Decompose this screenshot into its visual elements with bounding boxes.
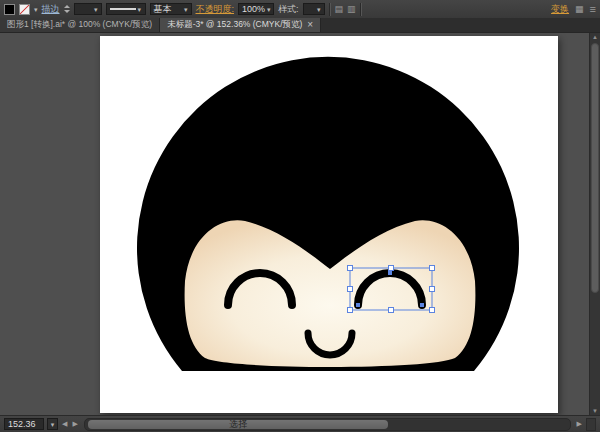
tab-label: 未标题-3* @ 152.36% (CMYK/预览) (167, 19, 302, 31)
stroke-weight-stepper[interactable] (64, 5, 70, 13)
scroll-down-icon[interactable]: ▼ (590, 408, 600, 414)
brush-definition-dropdown[interactable]: 基本 ▾ (150, 3, 192, 15)
anchor-point[interactable] (356, 303, 360, 307)
stroke-profile-preview-icon (110, 8, 136, 10)
separator (329, 3, 331, 16)
selection-handle[interactable] (348, 287, 353, 292)
selection-handle[interactable] (348, 308, 353, 313)
stepper-up-icon[interactable] (64, 5, 70, 8)
scroll-up-icon[interactable]: ▲ (590, 34, 600, 40)
opacity-panel-link[interactable]: 不透明度: (196, 3, 235, 16)
align-icon-2[interactable]: ▥ (347, 5, 356, 14)
artboard[interactable] (100, 36, 558, 413)
artboard-next-button[interactable]: ▶ (71, 420, 78, 428)
stroke-panel-link[interactable]: 描边 (42, 3, 60, 16)
stroke-color-swatch[interactable] (19, 4, 30, 15)
window-resize-corner (586, 418, 596, 431)
zoom-dropdown-button[interactable]: ▾ (47, 418, 58, 430)
control-menu-icon[interactable]: ≡ (590, 4, 596, 15)
align-icon-1[interactable]: ▤ (335, 5, 344, 14)
selection-handle[interactable] (389, 308, 394, 313)
width-profile-dropdown[interactable]: ▾ (106, 3, 146, 15)
horizontal-scrollbar[interactable]: 选择 (84, 418, 571, 431)
stepper-down-icon[interactable] (64, 10, 70, 13)
anchor-point[interactable] (388, 271, 392, 275)
tab-label: 图形1 [转换].ai* @ 100% (CMYK/预览) (7, 19, 152, 31)
stroke-weight-dropdown[interactable]: ▾ (74, 3, 102, 15)
selection-handle[interactable] (430, 266, 435, 271)
selection-handle[interactable] (430, 287, 435, 292)
pasteboard[interactable] (0, 33, 589, 415)
selection-handle[interactable] (348, 266, 353, 271)
selection-handle[interactable] (389, 266, 394, 271)
opacity-dropdown[interactable]: 100% ▾ (238, 3, 274, 15)
fill-color-swatch[interactable] (4, 4, 15, 15)
chevron-down-icon: ▾ (267, 6, 271, 13)
chevron-down-icon: ▾ (138, 6, 142, 13)
transform-panel-link[interactable]: 变换 (551, 3, 569, 16)
panels-icon[interactable]: ▦ (575, 5, 584, 14)
brush-name: 基本 (154, 3, 182, 16)
artboard-canvas[interactable] (100, 36, 558, 413)
chevron-down-icon: ▾ (51, 421, 55, 428)
separator (360, 3, 362, 16)
chevron-down-icon: ▾ (184, 6, 188, 13)
tool-status-text: 选择 (229, 418, 247, 431)
document-tab-2[interactable]: 未标题-3* @ 152.36% (CMYK/预览) × (160, 18, 321, 32)
style-label: 样式: (278, 3, 299, 16)
vertical-scrollbar[interactable]: ▲ ▼ (589, 33, 600, 415)
selection-handle[interactable] (430, 308, 435, 313)
style-dropdown[interactable]: ▾ (303, 3, 325, 15)
close-icon[interactable]: × (307, 20, 313, 30)
horizontal-scrollbar-thumb[interactable]: 选择 (88, 420, 389, 429)
document-tab-bar: 图形1 [转换].ai* @ 100% (CMYK/预览) 未标题-3* @ 1… (0, 18, 600, 33)
artboard-prev-button[interactable]: ◀ (61, 420, 68, 428)
chevron-down-icon: ▾ (94, 6, 98, 13)
chevron-down-icon: ▾ (317, 6, 321, 13)
control-bar: ▾ 描边 ▾ ▾ 基本 ▾ 不透明度: 100% ▾ 样式: ▾ ▤ ▥ 变换 … (0, 0, 600, 19)
scroll-right-button[interactable]: ▶ (576, 420, 583, 428)
anchor-point[interactable] (420, 303, 424, 307)
vertical-scrollbar-thumb[interactable] (591, 43, 599, 293)
status-bar: ▾ ◀ ▶ 选择 ▶ (0, 415, 600, 432)
opacity-value: 100% (242, 4, 265, 14)
document-tab-1[interactable]: 图形1 [转换].ai* @ 100% (CMYK/预览) (0, 18, 160, 32)
zoom-level-field[interactable] (4, 418, 44, 430)
chevron-down-icon[interactable]: ▾ (34, 6, 38, 13)
